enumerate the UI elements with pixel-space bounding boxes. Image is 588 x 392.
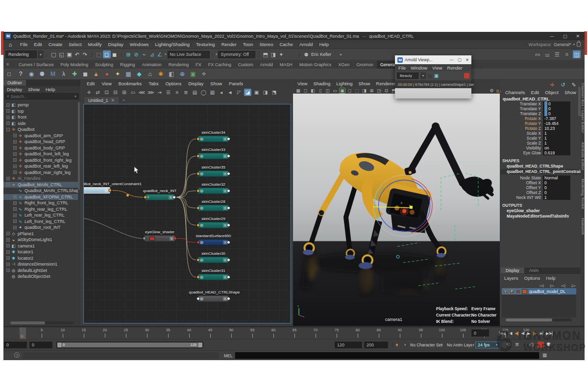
shelf-tab-arnold[interactable]: Arnold (257, 61, 276, 69)
minimize-button[interactable]: — (550, 34, 554, 39)
fps-dropdown[interactable]: 24 fps▼ (475, 342, 501, 348)
outliner-item-locator1[interactable]: +✱locator1 (3, 249, 78, 255)
sphere-icon[interactable]: ● (102, 70, 111, 78)
time-slider[interactable]: 0510152025303540455055606570758085909510… (3, 327, 585, 339)
new-scene-icon[interactable]: ▢ (49, 50, 57, 58)
speaker-icon[interactable]: ◁) (529, 342, 534, 347)
shelf-tab-sculpting[interactable]: Sculpting (92, 61, 117, 69)
channel-row-scale-y[interactable]: Scale Y1 (501, 136, 581, 141)
shelf-tab-rendering[interactable]: Rendering (165, 61, 193, 69)
star-icon[interactable]: ✦ (113, 70, 122, 78)
plus-icon[interactable]: ✚ (70, 70, 79, 78)
playback-btn-7[interactable]: ▶▶| (544, 331, 554, 336)
outliner-item-left_front_leg_ctrl[interactable]: +∿Left_front_leg_CTRL (3, 219, 78, 225)
home-icon[interactable]: ⌂ (146, 70, 154, 78)
save-scene-icon[interactable]: ▣ (65, 50, 73, 58)
snap-point-icon[interactable]: ⌁ (140, 50, 148, 58)
viewport-icon-12[interactable]: ⊡ (383, 88, 390, 94)
mash-icon[interactable]: M (49, 70, 57, 78)
anim-tab[interactable]: Anim (524, 268, 543, 273)
node-editor-icon-19[interactable]: ▣ (253, 89, 260, 96)
pair-icon[interactable]: ◉ (27, 70, 36, 78)
tab-channel-box[interactable]: Channel Box / Layer Editor (581, 83, 585, 133)
channel-row-node-state[interactable]: Node StateNormal (501, 175, 581, 180)
arnold-menu-render[interactable]: Render (447, 65, 463, 71)
menu-file[interactable]: File (20, 42, 28, 47)
render-settings-icon[interactable]: ☰ (553, 50, 561, 58)
live-surface-field[interactable]: No Live Surface (168, 51, 210, 58)
node-editor-menu-panels[interactable]: Panels (228, 81, 244, 86)
channel-row-rotate-z[interactable]: Rotate Z10.23 (501, 126, 581, 131)
outliner-item-defaultobjectset[interactable]: ◍defaultObjectSet (3, 273, 78, 280)
script-editor-icon[interactable]: ▦ (542, 352, 547, 358)
node-editor-canvas[interactable]: ≡quadBot_neck_INT_orientConstraint1⌖≡qua… (83, 104, 291, 323)
channel-row-offset-x[interactable]: Offset X0 (501, 180, 581, 185)
user-avatar-icon[interactable]: ⚉ (302, 50, 310, 58)
node-editor-icon-2[interactable]: ⊡ (103, 89, 110, 96)
shelf-tab-curves-surfaces[interactable]: Curves / Surfaces (15, 61, 57, 69)
range-handle-left[interactable] (57, 343, 61, 347)
output-ops-icon[interactable]: ◨ (270, 50, 277, 58)
cone-icon[interactable]: ▲ (92, 70, 100, 78)
shelf-tab-fx[interactable]: FX (192, 61, 205, 69)
arnold-close[interactable]: ✕ (466, 57, 469, 62)
viewport-icon-7[interactable]: ◻ (346, 88, 353, 94)
menu-lighting-shading[interactable]: Lighting/Shading (154, 42, 190, 47)
node-skinCluster33[interactable]: ◍≡ (198, 153, 229, 159)
user-name[interactable]: Eric Keller (311, 52, 331, 57)
menu-arnold[interactable]: Arnold (299, 42, 313, 47)
channel-object-name[interactable]: quadbot_HEAD_CTRL (501, 95, 581, 101)
viewport-icon-1[interactable]: ◻ (302, 88, 309, 94)
node-editor-menu-edit[interactable]: Edit (86, 81, 95, 86)
channel-row-translate-x[interactable]: Translate X0 (501, 101, 581, 106)
undo-icon[interactable]: ↶ (73, 50, 81, 58)
range-slider[interactable]: 0 120 (56, 342, 203, 348)
oplus-icon[interactable]: ⊕ (178, 70, 187, 78)
channel-row-translate-z[interactable]: Translate Z0 (501, 111, 581, 116)
node-skinCluster28[interactable]: ◍≡ (198, 205, 229, 211)
workspace-value[interactable]: General* (554, 42, 571, 47)
menu-set-dropdown[interactable]: Rendering (5, 50, 37, 58)
menu-toon[interactable]: Toon (243, 42, 254, 47)
playback-btn-0[interactable]: |◀◀ (497, 331, 507, 336)
node-editor-menu-tabs[interactable]: Tabs (148, 81, 159, 86)
viewport-icon-8[interactable]: ⬚ (354, 88, 360, 94)
help-icon[interactable]: ? (14, 352, 20, 358)
outliner-item-quadbot_root_int[interactable]: +✦quadBot_root_INT (3, 224, 78, 231)
outliner-tab[interactable]: Outliner (3, 80, 26, 86)
outliner-item-quadbot_rear_left_leg[interactable]: +✛quadBot_rear_left_leg (3, 163, 78, 170)
outliner-item-quadbot[interactable]: -✛Quadbot (3, 126, 78, 133)
lambda-icon[interactable]: λ (59, 70, 68, 78)
shelf-tab-fx-caching[interactable]: FX Caching (205, 61, 235, 69)
spark-icon[interactable]: ✧ (199, 70, 208, 78)
grid-icon[interactable]: ▦ (124, 70, 133, 78)
node-eyeGlow_shader[interactable]: ≡ (144, 235, 175, 242)
shelf-tab-custom[interactable]: Custom (235, 61, 257, 69)
node-editor-icon-17[interactable]: ◸ (235, 89, 243, 96)
channel-row-scale-x[interactable]: Scale X1 (501, 131, 581, 136)
node-editor-menu-options[interactable]: Options (165, 81, 182, 86)
node-editor-icon-16[interactable]: ◄ (226, 89, 234, 96)
current-time-field[interactable]: 0 (471, 329, 489, 337)
add-tab-button[interactable]: + (119, 98, 125, 103)
anim-start-field[interactable]: 0 (4, 342, 27, 348)
node-editor-icon-3[interactable]: ⊟ (112, 89, 119, 96)
layers-menu-layers[interactable]: Layers (504, 275, 519, 281)
node-editor-icon-6[interactable]: ⋘ (138, 89, 146, 96)
channel-row-eye-glow[interactable]: Eye Glow0.619 (501, 150, 581, 155)
outliner-item-ik_handles[interactable]: +✛IK_Handles (3, 175, 78, 182)
display-tab[interactable]: Display (501, 268, 524, 273)
layers-menu-help[interactable]: Help (545, 275, 556, 281)
lock-icon[interactable] (577, 42, 581, 47)
outliner-item-right_rear_leg_ctrl[interactable]: +∿Right_rear_leg_CTRL (3, 206, 78, 213)
viewport-menu-shading[interactable]: Shading (313, 81, 331, 86)
tab-humanik[interactable]: HumanIK (581, 218, 585, 235)
speed-icon[interactable]: ↺ (559, 81, 567, 89)
layers-menu-options[interactable]: Options (524, 275, 541, 281)
node-editor-icon-0[interactable]: ✛ (85, 89, 93, 96)
viewport-icon-10[interactable]: ⊞ (368, 88, 375, 94)
pencil-icon[interactable]: ✎ (570, 81, 578, 89)
node-skinCluster29[interactable]: ◍≡ (198, 222, 229, 228)
outliner-item-pplane1[interactable]: +◇pPlane1 (3, 231, 78, 237)
playback-btn-2[interactable]: ◀| (513, 331, 519, 336)
